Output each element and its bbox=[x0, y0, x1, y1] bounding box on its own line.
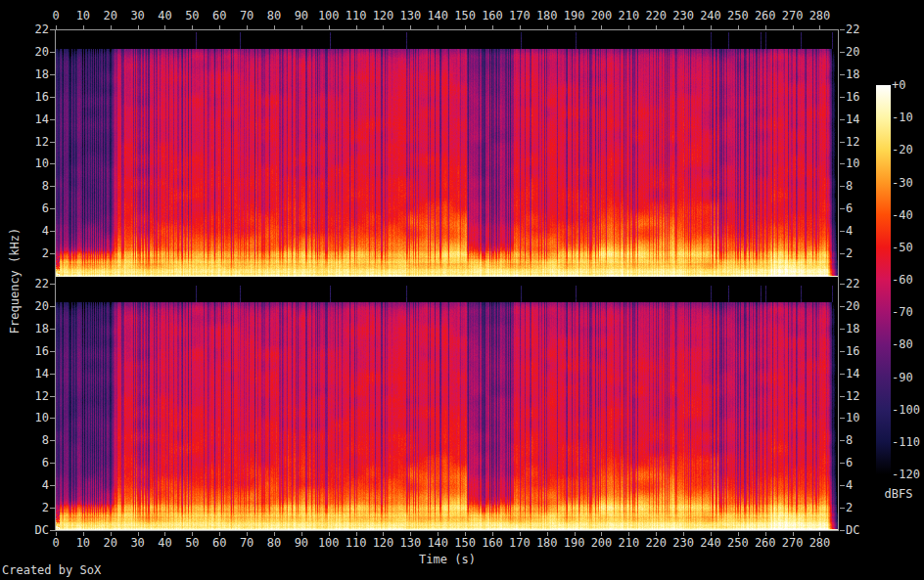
time-tick-label: 160 bbox=[482, 537, 503, 550]
freq-tick-label: DC bbox=[6, 524, 49, 537]
time-tick bbox=[192, 25, 193, 29]
freq-tick-label: 12 bbox=[846, 390, 889, 403]
freq-tick-label: 22 bbox=[846, 278, 889, 290]
freq-tick-label: 14 bbox=[6, 113, 49, 126]
freq-tick-label: 22 bbox=[6, 23, 49, 36]
freq-tick-label: 4 bbox=[846, 479, 889, 492]
freq-tick bbox=[50, 97, 55, 98]
time-tick bbox=[111, 25, 112, 29]
time-tick-label: 40 bbox=[158, 10, 171, 22]
time-tick bbox=[438, 25, 439, 29]
time-tick-label: 80 bbox=[267, 10, 281, 22]
freq-tick bbox=[50, 142, 55, 143]
freq-tick-label: 14 bbox=[846, 368, 889, 380]
time-tick bbox=[274, 25, 275, 29]
freq-tick-label: 4 bbox=[6, 225, 49, 238]
time-tick bbox=[83, 25, 84, 29]
time-tick-label: 50 bbox=[185, 10, 199, 22]
freq-tick bbox=[840, 186, 845, 187]
freq-tick bbox=[840, 374, 845, 375]
freq-tick-label: 18 bbox=[6, 68, 49, 81]
freq-tick bbox=[840, 530, 845, 531]
time-tick-label: 70 bbox=[240, 537, 254, 550]
freq-tick bbox=[50, 231, 55, 232]
freq-tick-label: 20 bbox=[846, 300, 889, 313]
freq-tick-label: 22 bbox=[6, 278, 49, 290]
time-tick-label: 190 bbox=[564, 537, 585, 550]
time-tick-label: 280 bbox=[809, 537, 831, 550]
colorbar-tick-label: -20 bbox=[892, 144, 913, 156]
freq-tick bbox=[840, 29, 845, 30]
freq-tick-label: 16 bbox=[846, 91, 889, 104]
time-tick bbox=[219, 25, 220, 29]
freq-tick-label: 14 bbox=[6, 368, 49, 380]
time-axis-title: Time (s) bbox=[389, 554, 506, 566]
time-tick bbox=[356, 25, 357, 29]
colorbar-tick-label: -90 bbox=[892, 372, 913, 384]
freq-tick-label: 18 bbox=[846, 323, 889, 335]
time-tick-label: 150 bbox=[454, 537, 476, 550]
time-tick bbox=[601, 25, 602, 29]
time-tick bbox=[138, 25, 139, 29]
freq-tick-label: 4 bbox=[6, 479, 49, 492]
freq-tick bbox=[50, 186, 55, 187]
time-tick-label: 20 bbox=[104, 537, 117, 550]
time-tick bbox=[492, 25, 493, 29]
time-tick bbox=[247, 25, 248, 29]
sox-credit: Created by SoX bbox=[2, 564, 101, 577]
time-tick bbox=[575, 25, 576, 29]
time-tick-label: 60 bbox=[212, 10, 226, 22]
freq-tick bbox=[50, 163, 55, 164]
time-tick bbox=[410, 25, 411, 29]
time-tick-label: 100 bbox=[318, 537, 340, 550]
freq-tick bbox=[840, 351, 845, 352]
colorbar-tick-label: -80 bbox=[892, 338, 913, 351]
freq-tick bbox=[50, 119, 55, 120]
colorbar-tick-label: -40 bbox=[892, 209, 913, 222]
freq-tick-label: 16 bbox=[846, 345, 889, 358]
freq-tick-label: 2 bbox=[6, 247, 49, 260]
freq-tick bbox=[840, 508, 845, 509]
colorbar-tick-label: -10 bbox=[892, 112, 913, 124]
time-tick-label: 260 bbox=[755, 10, 776, 22]
time-tick-label: 270 bbox=[782, 10, 804, 22]
colorbar-tick-label: -50 bbox=[892, 242, 913, 254]
time-tick-label: 250 bbox=[727, 10, 749, 22]
freq-tick-label: 2 bbox=[6, 502, 49, 514]
freq-tick-label: 8 bbox=[6, 434, 49, 447]
colorbar-tick-label: -70 bbox=[892, 306, 913, 319]
freq-tick bbox=[840, 142, 845, 143]
freq-tick bbox=[50, 530, 55, 531]
time-tick-label: 30 bbox=[130, 537, 144, 550]
freq-tick-label: 10 bbox=[846, 412, 889, 424]
time-tick-label: 10 bbox=[76, 10, 90, 22]
time-tick bbox=[520, 25, 521, 29]
time-tick-label: 90 bbox=[295, 10, 308, 22]
freq-tick bbox=[50, 306, 55, 307]
time-tick-label: 20 bbox=[104, 10, 117, 22]
freq-tick bbox=[840, 52, 845, 53]
time-tick-label: 130 bbox=[400, 537, 422, 550]
time-tick-label: 160 bbox=[482, 10, 503, 22]
freq-tick bbox=[50, 284, 55, 285]
freq-tick-label: 20 bbox=[6, 300, 49, 313]
time-tick-label: 200 bbox=[591, 10, 613, 22]
time-tick-label: 110 bbox=[346, 10, 367, 22]
time-tick-label: 190 bbox=[564, 10, 585, 22]
freq-tick-label: 6 bbox=[846, 457, 889, 469]
freq-tick-label: 6 bbox=[6, 457, 49, 469]
freq-tick-label: 8 bbox=[846, 180, 889, 193]
colorbar-tick-label: -100 bbox=[892, 404, 920, 417]
freq-tick bbox=[50, 253, 55, 254]
freq-tick bbox=[50, 440, 55, 441]
time-tick bbox=[465, 25, 466, 29]
freq-tick bbox=[50, 374, 55, 375]
time-tick bbox=[711, 25, 712, 29]
freq-tick-label: 6 bbox=[846, 202, 889, 215]
time-tick-label: 230 bbox=[672, 10, 694, 22]
time-tick-label: 120 bbox=[373, 537, 394, 550]
freq-tick bbox=[50, 74, 55, 75]
time-tick bbox=[793, 25, 794, 29]
freq-tick bbox=[50, 396, 55, 397]
time-tick-label: 150 bbox=[454, 10, 476, 22]
